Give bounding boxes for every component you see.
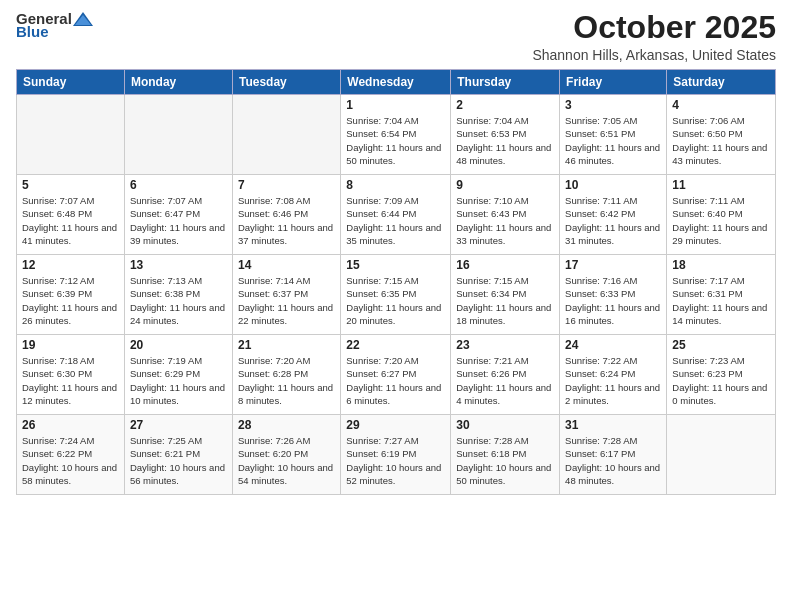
calendar-cell: 5Sunrise: 7:07 AM Sunset: 6:48 PM Daylig… bbox=[17, 175, 125, 255]
header-monday: Monday bbox=[124, 70, 232, 95]
header: General Blue October 2025 Shannon Hills,… bbox=[16, 10, 776, 63]
calendar-cell bbox=[667, 415, 776, 495]
day-number: 24 bbox=[565, 338, 661, 352]
day-info: Sunrise: 7:16 AM Sunset: 6:33 PM Dayligh… bbox=[565, 274, 661, 327]
day-info: Sunrise: 7:17 AM Sunset: 6:31 PM Dayligh… bbox=[672, 274, 770, 327]
day-info: Sunrise: 7:24 AM Sunset: 6:22 PM Dayligh… bbox=[22, 434, 119, 487]
calendar-cell: 1Sunrise: 7:04 AM Sunset: 6:54 PM Daylig… bbox=[341, 95, 451, 175]
header-saturday: Saturday bbox=[667, 70, 776, 95]
day-number: 13 bbox=[130, 258, 227, 272]
month-title: October 2025 bbox=[532, 10, 776, 45]
calendar-cell: 11Sunrise: 7:11 AM Sunset: 6:40 PM Dayli… bbox=[667, 175, 776, 255]
day-number: 31 bbox=[565, 418, 661, 432]
calendar-cell: 4Sunrise: 7:06 AM Sunset: 6:50 PM Daylig… bbox=[667, 95, 776, 175]
calendar-cell: 30Sunrise: 7:28 AM Sunset: 6:18 PM Dayli… bbox=[451, 415, 560, 495]
logo: General Blue bbox=[16, 10, 94, 40]
calendar-cell: 31Sunrise: 7:28 AM Sunset: 6:17 PM Dayli… bbox=[560, 415, 667, 495]
day-info: Sunrise: 7:28 AM Sunset: 6:17 PM Dayligh… bbox=[565, 434, 661, 487]
day-info: Sunrise: 7:18 AM Sunset: 6:30 PM Dayligh… bbox=[22, 354, 119, 407]
calendar-cell: 28Sunrise: 7:26 AM Sunset: 6:20 PM Dayli… bbox=[232, 415, 340, 495]
day-number: 26 bbox=[22, 418, 119, 432]
day-number: 22 bbox=[346, 338, 445, 352]
header-sunday: Sunday bbox=[17, 70, 125, 95]
calendar-cell bbox=[124, 95, 232, 175]
header-wednesday: Wednesday bbox=[341, 70, 451, 95]
day-info: Sunrise: 7:20 AM Sunset: 6:28 PM Dayligh… bbox=[238, 354, 335, 407]
calendar-week-row: 26Sunrise: 7:24 AM Sunset: 6:22 PM Dayli… bbox=[17, 415, 776, 495]
calendar-cell: 23Sunrise: 7:21 AM Sunset: 6:26 PM Dayli… bbox=[451, 335, 560, 415]
day-number: 27 bbox=[130, 418, 227, 432]
day-number: 16 bbox=[456, 258, 554, 272]
header-tuesday: Tuesday bbox=[232, 70, 340, 95]
calendar-cell: 22Sunrise: 7:20 AM Sunset: 6:27 PM Dayli… bbox=[341, 335, 451, 415]
day-info: Sunrise: 7:05 AM Sunset: 6:51 PM Dayligh… bbox=[565, 114, 661, 167]
calendar-cell: 7Sunrise: 7:08 AM Sunset: 6:46 PM Daylig… bbox=[232, 175, 340, 255]
day-number: 7 bbox=[238, 178, 335, 192]
calendar-cell: 15Sunrise: 7:15 AM Sunset: 6:35 PM Dayli… bbox=[341, 255, 451, 335]
location-title: Shannon Hills, Arkansas, United States bbox=[532, 47, 776, 63]
day-number: 20 bbox=[130, 338, 227, 352]
day-info: Sunrise: 7:07 AM Sunset: 6:48 PM Dayligh… bbox=[22, 194, 119, 247]
calendar-week-row: 5Sunrise: 7:07 AM Sunset: 6:48 PM Daylig… bbox=[17, 175, 776, 255]
day-number: 25 bbox=[672, 338, 770, 352]
day-info: Sunrise: 7:09 AM Sunset: 6:44 PM Dayligh… bbox=[346, 194, 445, 247]
day-info: Sunrise: 7:04 AM Sunset: 6:53 PM Dayligh… bbox=[456, 114, 554, 167]
day-number: 2 bbox=[456, 98, 554, 112]
calendar-cell: 20Sunrise: 7:19 AM Sunset: 6:29 PM Dayli… bbox=[124, 335, 232, 415]
calendar-cell bbox=[17, 95, 125, 175]
day-info: Sunrise: 7:27 AM Sunset: 6:19 PM Dayligh… bbox=[346, 434, 445, 487]
calendar-cell: 9Sunrise: 7:10 AM Sunset: 6:43 PM Daylig… bbox=[451, 175, 560, 255]
calendar-cell: 16Sunrise: 7:15 AM Sunset: 6:34 PM Dayli… bbox=[451, 255, 560, 335]
day-info: Sunrise: 7:13 AM Sunset: 6:38 PM Dayligh… bbox=[130, 274, 227, 327]
header-thursday: Thursday bbox=[451, 70, 560, 95]
day-number: 4 bbox=[672, 98, 770, 112]
calendar-cell: 10Sunrise: 7:11 AM Sunset: 6:42 PM Dayli… bbox=[560, 175, 667, 255]
calendar-table: Sunday Monday Tuesday Wednesday Thursday… bbox=[16, 69, 776, 495]
day-info: Sunrise: 7:06 AM Sunset: 6:50 PM Dayligh… bbox=[672, 114, 770, 167]
calendar-cell: 17Sunrise: 7:16 AM Sunset: 6:33 PM Dayli… bbox=[560, 255, 667, 335]
title-area: October 2025 Shannon Hills, Arkansas, Un… bbox=[532, 10, 776, 63]
calendar-cell: 13Sunrise: 7:13 AM Sunset: 6:38 PM Dayli… bbox=[124, 255, 232, 335]
calendar-cell: 8Sunrise: 7:09 AM Sunset: 6:44 PM Daylig… bbox=[341, 175, 451, 255]
day-number: 9 bbox=[456, 178, 554, 192]
day-info: Sunrise: 7:15 AM Sunset: 6:34 PM Dayligh… bbox=[456, 274, 554, 327]
day-number: 29 bbox=[346, 418, 445, 432]
day-info: Sunrise: 7:28 AM Sunset: 6:18 PM Dayligh… bbox=[456, 434, 554, 487]
day-number: 19 bbox=[22, 338, 119, 352]
day-number: 1 bbox=[346, 98, 445, 112]
day-info: Sunrise: 7:26 AM Sunset: 6:20 PM Dayligh… bbox=[238, 434, 335, 487]
logo-blue-text: Blue bbox=[16, 23, 49, 40]
calendar-week-row: 19Sunrise: 7:18 AM Sunset: 6:30 PM Dayli… bbox=[17, 335, 776, 415]
calendar-cell: 29Sunrise: 7:27 AM Sunset: 6:19 PM Dayli… bbox=[341, 415, 451, 495]
day-number: 14 bbox=[238, 258, 335, 272]
day-info: Sunrise: 7:20 AM Sunset: 6:27 PM Dayligh… bbox=[346, 354, 445, 407]
day-info: Sunrise: 7:21 AM Sunset: 6:26 PM Dayligh… bbox=[456, 354, 554, 407]
day-info: Sunrise: 7:14 AM Sunset: 6:37 PM Dayligh… bbox=[238, 274, 335, 327]
day-number: 11 bbox=[672, 178, 770, 192]
calendar-cell: 27Sunrise: 7:25 AM Sunset: 6:21 PM Dayli… bbox=[124, 415, 232, 495]
day-number: 18 bbox=[672, 258, 770, 272]
day-info: Sunrise: 7:08 AM Sunset: 6:46 PM Dayligh… bbox=[238, 194, 335, 247]
day-number: 10 bbox=[565, 178, 661, 192]
calendar-cell bbox=[232, 95, 340, 175]
logo-icon bbox=[73, 11, 93, 27]
day-number: 17 bbox=[565, 258, 661, 272]
calendar-cell: 14Sunrise: 7:14 AM Sunset: 6:37 PM Dayli… bbox=[232, 255, 340, 335]
day-number: 8 bbox=[346, 178, 445, 192]
day-number: 21 bbox=[238, 338, 335, 352]
calendar-cell: 19Sunrise: 7:18 AM Sunset: 6:30 PM Dayli… bbox=[17, 335, 125, 415]
day-info: Sunrise: 7:22 AM Sunset: 6:24 PM Dayligh… bbox=[565, 354, 661, 407]
calendar-cell: 18Sunrise: 7:17 AM Sunset: 6:31 PM Dayli… bbox=[667, 255, 776, 335]
day-number: 12 bbox=[22, 258, 119, 272]
calendar-cell: 25Sunrise: 7:23 AM Sunset: 6:23 PM Dayli… bbox=[667, 335, 776, 415]
calendar-cell: 26Sunrise: 7:24 AM Sunset: 6:22 PM Dayli… bbox=[17, 415, 125, 495]
day-info: Sunrise: 7:11 AM Sunset: 6:42 PM Dayligh… bbox=[565, 194, 661, 247]
header-friday: Friday bbox=[560, 70, 667, 95]
day-info: Sunrise: 7:25 AM Sunset: 6:21 PM Dayligh… bbox=[130, 434, 227, 487]
day-info: Sunrise: 7:04 AM Sunset: 6:54 PM Dayligh… bbox=[346, 114, 445, 167]
calendar-cell: 12Sunrise: 7:12 AM Sunset: 6:39 PM Dayli… bbox=[17, 255, 125, 335]
day-number: 6 bbox=[130, 178, 227, 192]
day-number: 28 bbox=[238, 418, 335, 432]
day-number: 5 bbox=[22, 178, 119, 192]
calendar-cell: 24Sunrise: 7:22 AM Sunset: 6:24 PM Dayli… bbox=[560, 335, 667, 415]
